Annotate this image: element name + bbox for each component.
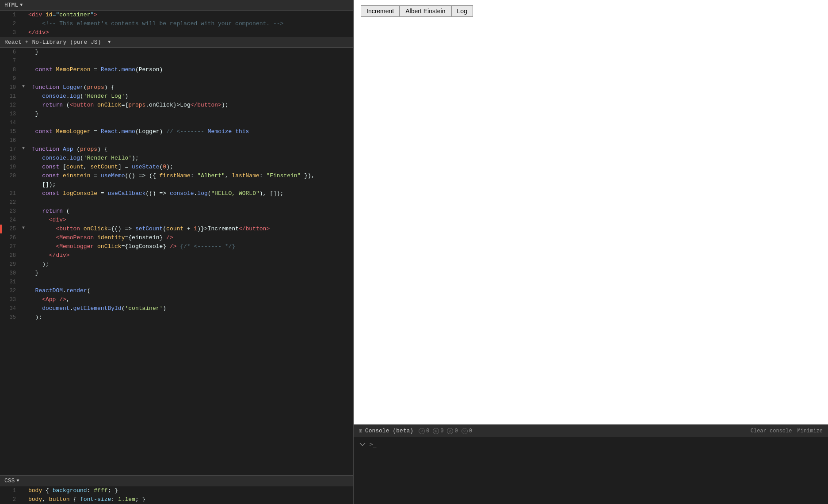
console-icon: ⊞ bbox=[359, 428, 362, 434]
js-line-24: 24 <div> bbox=[0, 216, 353, 225]
css-arrow: ▼ bbox=[16, 478, 19, 483]
console-badges: ○ 0 ◎ 0 △ 0 ○ 0 bbox=[419, 428, 472, 434]
minimize-button[interactable]: Minimize bbox=[797, 428, 823, 434]
js-line-17: 17 ▼ function App (props) { bbox=[0, 145, 353, 154]
console-prompt-text: >_ bbox=[370, 441, 377, 447]
js-line-18: 18 console.log('Render Hello'); bbox=[0, 154, 353, 163]
js-line-15: 15 const MemoLogger = React.memo(Logger)… bbox=[0, 127, 353, 136]
error-indicator bbox=[0, 225, 2, 233]
css-line-1: 1 body { background: #fff; } bbox=[0, 486, 353, 495]
js-line-19: 19 const [count, setCount] = useState(0)… bbox=[0, 163, 353, 172]
js-line-30: 30 } bbox=[0, 269, 353, 278]
log-button[interactable]: Log bbox=[451, 5, 473, 17]
console-title: ⊞ Console (beta) bbox=[359, 428, 413, 434]
js-line-34: 34 document.getElementById('container') bbox=[0, 304, 353, 313]
html-section: HTML ▼ 1 <div id="container"> 2 <!-- Thi… bbox=[0, 0, 353, 37]
js-line-27: 27 <MemoLogger onClick={logConsole} /> {… bbox=[0, 242, 353, 251]
console-panel: ⊞ Console (beta) ○ 0 ◎ 0 △ 0 ○ 0 bbox=[354, 424, 828, 504]
js-line-23: 23 return ( bbox=[0, 207, 353, 216]
console-header: ⊞ Console (beta) ○ 0 ◎ 0 △ 0 ○ 0 bbox=[354, 425, 828, 437]
js-line-13: 13 } bbox=[0, 110, 353, 118]
js-line-7: 7 bbox=[0, 57, 353, 65]
html-line-2: 2 <!-- This element's contents will be r… bbox=[0, 19, 353, 28]
js-line-8: 8 const MemoPerson = React.memo(Person) bbox=[0, 65, 353, 74]
console-actions: Clear console Minimize bbox=[751, 428, 823, 434]
editor-panel: HTML ▼ 1 <div id="container"> 2 <!-- Thi… bbox=[0, 0, 354, 504]
css-code-block: 1 body { background: #fff; } 2 body, but… bbox=[0, 486, 353, 504]
js-label: React + No-Library (pure JS) bbox=[4, 39, 101, 46]
console-title-label: Console (beta) bbox=[365, 428, 413, 434]
js-line-26: 26 <MemoPerson identity={einstein} /> bbox=[0, 233, 353, 242]
html-label: HTML bbox=[4, 2, 18, 8]
css-label: CSS bbox=[4, 477, 15, 484]
js-line-22: 22 bbox=[0, 198, 353, 207]
preview-buttons: Increment Albert Einstein Log bbox=[361, 5, 821, 17]
js-line-29: 29 ); bbox=[0, 260, 353, 269]
css-section-header[interactable]: CSS ▼ bbox=[0, 476, 353, 486]
css-line-2: 2 body, button { font-size: 1.1em; } bbox=[0, 495, 353, 504]
clear-console-button[interactable]: Clear console bbox=[751, 428, 792, 434]
css-section: CSS ▼ 1 body { background: #fff; } 2 bod… bbox=[0, 475, 353, 504]
js-code-block: 6 } 7 8 const MemoPerson = React.memo(Pe… bbox=[0, 48, 353, 475]
console-badge-warn: ◎ 0 bbox=[433, 428, 443, 434]
js-line-32: 32 ReactDOM.render( bbox=[0, 286, 353, 295]
console-prompt-icon: >_ bbox=[359, 441, 376, 448]
js-line-25: 25 ▼ <button onClick={() => setCount(cou… bbox=[0, 225, 353, 233]
preview-area: Increment Albert Einstein Log bbox=[354, 0, 828, 424]
js-line-6: 6 } bbox=[0, 48, 353, 57]
js-line-20b: []); bbox=[0, 180, 353, 189]
js-line-35: 35 ); bbox=[0, 313, 353, 322]
html-code-block: 1 <div id="container"> 2 <!-- This eleme… bbox=[0, 11, 353, 37]
js-section-header[interactable]: React + No-Library (pure JS) ▼ bbox=[0, 37, 353, 48]
html-section-header[interactable]: HTML ▼ bbox=[0, 0, 353, 11]
js-line-10: 10 ▼ function Logger(props) { bbox=[0, 83, 353, 92]
js-line-31: 31 bbox=[0, 278, 353, 286]
js-line-16: 16 bbox=[0, 136, 353, 145]
js-line-20: 20 const einstein = useMemo(() => ({ fir… bbox=[0, 172, 353, 180]
console-body: >_ bbox=[354, 437, 828, 504]
js-line-21: 21 const logConsole = useCallback(() => … bbox=[0, 189, 353, 198]
html-line-3: 3 </div> bbox=[0, 28, 353, 37]
increment-button[interactable]: Increment bbox=[361, 5, 400, 17]
js-line-9: 9 bbox=[0, 74, 353, 83]
js-line-33: 33 <App />, bbox=[0, 295, 353, 304]
console-badge-info: △ 0 bbox=[447, 428, 458, 434]
js-section: React + No-Library (pure JS) ▼ 6 } 7 8 c… bbox=[0, 37, 353, 475]
js-arrow: ▼ bbox=[108, 40, 111, 45]
js-line-14: 14 bbox=[0, 118, 353, 127]
console-badge-log: ○ 0 bbox=[462, 428, 472, 434]
js-line-11: 11 console.log('Render Log') bbox=[0, 92, 353, 101]
html-arrow: ▼ bbox=[20, 3, 23, 8]
right-panel: Increment Albert Einstein Log ⊞ Console … bbox=[354, 0, 828, 504]
js-line-28: 28 </div> bbox=[0, 251, 353, 260]
console-badge-error: ○ 0 bbox=[419, 428, 429, 434]
albert-einstein-button[interactable]: Albert Einstein bbox=[400, 5, 451, 17]
js-line-12: 12 return (<button onClick={props.onClic… bbox=[0, 101, 353, 110]
html-line-1: 1 <div id="container"> bbox=[0, 11, 353, 19]
